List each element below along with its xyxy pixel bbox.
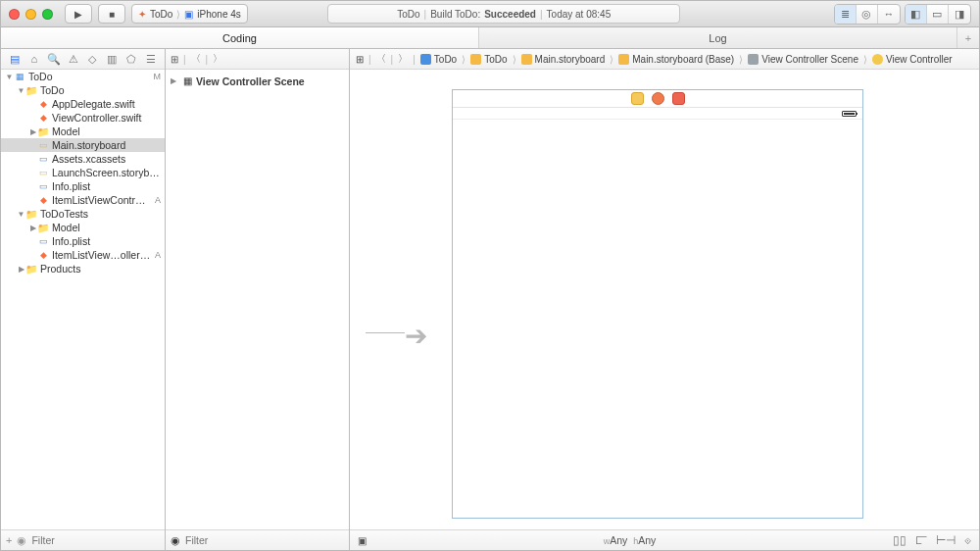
- run-button[interactable]: ▶: [65, 4, 92, 24]
- breadcrumb-item[interactable]: View Controller: [872, 54, 953, 65]
- disclosure-triangle-icon[interactable]: ▼: [17, 86, 25, 95]
- stack-icon[interactable]: ▯▯: [893, 533, 906, 547]
- tree-row[interactable]: ▶Products: [1, 262, 165, 276]
- tree-row[interactable]: ▼ToDoTests: [1, 207, 165, 221]
- standard-editor-icon[interactable]: ≣: [835, 5, 857, 24]
- back-icon[interactable]: 〈: [376, 52, 386, 66]
- first-responder-icon[interactable]: [652, 92, 664, 105]
- initial-scene-arrow-icon[interactable]: ➔: [405, 320, 425, 352]
- outline-tree[interactable]: ▶ ▦ View Controller Scene: [166, 70, 349, 529]
- tab-coding[interactable]: Coding: [1, 27, 479, 48]
- tree-label: Model: [52, 125, 161, 137]
- interface-builder-canvas[interactable]: ➔: [350, 70, 979, 529]
- scheme-selector[interactable]: ✦ ToDo ⟩ ▣ iPhone 4s: [131, 4, 248, 24]
- filter-scope-icon[interactable]: ◉: [17, 534, 26, 547]
- breadcrumb-item[interactable]: ToDo: [420, 54, 457, 65]
- forward-icon[interactable]: 〉: [398, 52, 408, 66]
- breadcrumb-separator-icon: ⟩: [462, 54, 466, 65]
- breakpoint-navigator-icon[interactable]: ⬠: [124, 53, 138, 66]
- tree-row[interactable]: ▭Main.storyboard: [1, 138, 165, 152]
- tree-label: Assets.xcassets: [52, 153, 161, 165]
- forward-icon[interactable]: 〉: [213, 52, 222, 66]
- tree-row[interactable]: ◆AppDelegate.swift: [1, 97, 165, 111]
- version-editor-icon[interactable]: ↔: [878, 5, 900, 24]
- tree-row[interactable]: ▼▦ToDoM: [1, 70, 165, 83]
- resolve-issues-icon[interactable]: ⟐: [964, 533, 971, 547]
- size-class-control[interactable]: wAny hAny: [604, 534, 657, 546]
- tree-row[interactable]: ▭Info.plist: [1, 179, 165, 193]
- project-tree[interactable]: ▼▦ToDoM▼ToDo◆AppDelegate.swift◆ViewContr…: [1, 70, 165, 529]
- view-controller-scene[interactable]: [452, 89, 863, 519]
- disclosure-triangle-icon[interactable]: ▼: [17, 210, 25, 219]
- navigator-filter-input[interactable]: [31, 534, 160, 546]
- find-navigator-icon[interactable]: 🔍: [47, 53, 61, 66]
- breadcrumb-label: View Controller: [886, 54, 953, 65]
- grid-icon[interactable]: ⊞: [171, 54, 178, 65]
- folder-icon: [37, 125, 49, 137]
- jump-bar[interactable]: ⊞|〈|〉|ToDo⟩ToDo⟩Main.storyboard⟩Main.sto…: [350, 49, 979, 70]
- new-tab-button[interactable]: +: [957, 27, 979, 48]
- disclosure-triangle-icon[interactable]: ▶: [17, 265, 25, 274]
- tree-label: AppDelegate.swift: [52, 98, 161, 110]
- add-target-icon[interactable]: +: [6, 534, 12, 546]
- related-items-icon[interactable]: ⊞: [356, 54, 364, 65]
- separator: |: [368, 54, 371, 65]
- project-navigator-icon[interactable]: ▤: [8, 53, 22, 66]
- minimize-window-button[interactable]: [25, 9, 36, 20]
- align-icon[interactable]: ⫍: [915, 533, 927, 547]
- breadcrumb-icon: [748, 54, 759, 65]
- symbol-navigator-icon[interactable]: ⌂: [27, 53, 41, 65]
- debug-navigator-icon[interactable]: ▥: [105, 53, 119, 66]
- right-panel-toggle-icon[interactable]: ◨: [949, 5, 970, 24]
- status-result: Succeeded: [484, 9, 536, 20]
- simulated-status-bar: [453, 108, 862, 120]
- view-controller-icon[interactable]: [631, 92, 644, 105]
- tree-row[interactable]: ◆ItemListView…ollerTests.swiftA: [1, 248, 165, 262]
- breadcrumb-label: ToDo: [484, 54, 507, 65]
- left-panel-toggle-icon[interactable]: ◧: [906, 5, 927, 24]
- breadcrumb-item[interactable]: Main.storyboard (Base): [618, 54, 734, 65]
- disclosure-triangle-icon[interactable]: ▶: [28, 224, 37, 232]
- disclosure-triangle-icon[interactable]: ▼: [5, 73, 14, 81]
- tab-log[interactable]: Log: [479, 27, 957, 48]
- assistant-editor-icon[interactable]: ◎: [857, 5, 878, 24]
- tree-row[interactable]: ▼ToDo: [1, 83, 165, 97]
- separator: |: [391, 54, 394, 65]
- test-navigator-icon[interactable]: ◇: [85, 53, 99, 66]
- bottom-panel-toggle-icon[interactable]: ▭: [927, 5, 949, 24]
- tree-row[interactable]: ◆ViewController.swift: [1, 111, 165, 125]
- document-outline-panel: ⊞ | 〈 | 〉 ▶ ▦ View Controller Scene ◉: [166, 49, 350, 550]
- exit-icon[interactable]: [672, 92, 685, 105]
- disclosure-triangle-icon[interactable]: ▶: [171, 76, 179, 85]
- close-window-button[interactable]: [9, 9, 20, 20]
- swift-icon: ◆: [37, 98, 49, 110]
- status-action: Build ToDo:: [430, 9, 480, 20]
- folder-icon: [25, 208, 37, 220]
- zoom-window-button[interactable]: [42, 9, 53, 20]
- editor-area: ⊞|〈|〉|ToDo⟩ToDo⟩Main.storyboard⟩Main.sto…: [350, 49, 979, 550]
- navigator-filter-bar: + ◉ 🕘 ▣: [1, 529, 165, 550]
- tree-row[interactable]: ▭Assets.xcassets: [1, 152, 165, 166]
- stop-button[interactable]: ■: [98, 4, 125, 24]
- outline-filter-input[interactable]: [185, 534, 344, 546]
- pin-icon[interactable]: ⊢⊣: [936, 533, 956, 547]
- issue-navigator-icon[interactable]: ⚠: [67, 53, 80, 66]
- tree-row[interactable]: ▭Info.plist: [1, 234, 165, 248]
- breadcrumb-item[interactable]: View Controller Scene: [748, 54, 858, 65]
- disclosure-triangle-icon[interactable]: ▶: [28, 127, 37, 136]
- tree-row[interactable]: ▶Model: [1, 221, 165, 234]
- breadcrumb-item[interactable]: ToDo: [470, 54, 507, 65]
- outline-header-bar: ⊞ | 〈 | 〉: [166, 49, 349, 70]
- report-navigator-icon[interactable]: ☰: [144, 53, 158, 66]
- tree-row[interactable]: ▶Model: [1, 125, 165, 138]
- tree-label: ToDo: [28, 71, 150, 82]
- tree-row[interactable]: ◆ItemListViewController.swiftA: [1, 193, 165, 207]
- outline-filter-scope-icon[interactable]: ◉: [171, 534, 180, 547]
- blue-icon: ▭: [37, 235, 49, 247]
- tree-label: ViewController.swift: [52, 112, 161, 124]
- breadcrumb-item[interactable]: Main.storyboard: [521, 54, 606, 65]
- tree-row[interactable]: ▭LaunchScreen.storyboard: [1, 166, 165, 179]
- outline-toggle-icon[interactable]: ▣: [358, 535, 367, 546]
- back-icon[interactable]: 〈: [191, 52, 201, 66]
- outline-scene-row[interactable]: ▶ ▦ View Controller Scene: [171, 74, 344, 88]
